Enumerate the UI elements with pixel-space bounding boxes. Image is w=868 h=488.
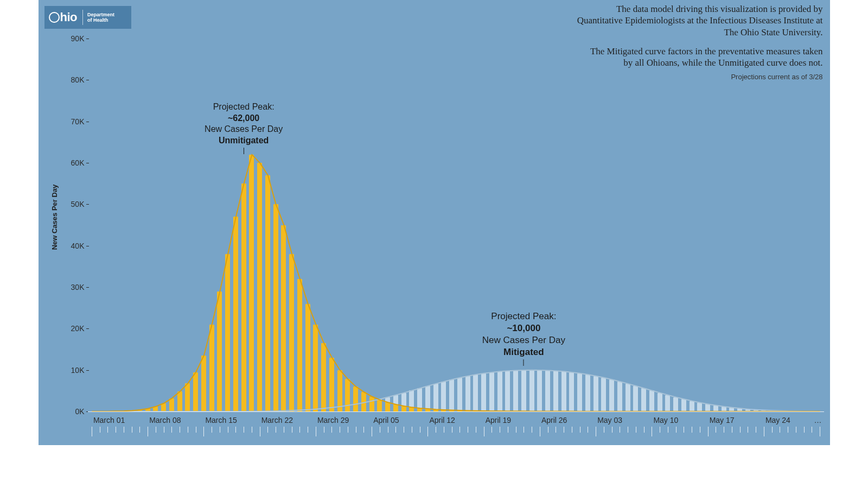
bar-mi: [545, 370, 550, 411]
x-tick-minor: [556, 427, 556, 433]
y-tick: 0K: [63, 407, 85, 416]
x-tick-minor: [132, 427, 132, 433]
x-tick-minor: [772, 427, 773, 433]
x-tick-label: March 29: [317, 416, 349, 424]
baseline: [88, 411, 824, 412]
bar-un: [393, 404, 398, 411]
bar-un: [201, 356, 206, 411]
x-tick-major: [596, 427, 596, 436]
bar-mi: [681, 399, 686, 411]
x-tick-label: March 22: [261, 416, 293, 424]
bar-mi: [601, 378, 606, 411]
bar-mi: [449, 379, 454, 411]
x-tick-minor: [459, 427, 460, 433]
x-tick-minor: [572, 427, 572, 433]
x-axis: … March 01March 08March 15March 22March …: [88, 413, 824, 440]
x-tick-label: May 17: [710, 416, 735, 424]
bar-un: [193, 372, 198, 412]
x-tick-minor: [588, 427, 588, 433]
x-tick-label: May 10: [653, 416, 678, 424]
x-tick-major: [92, 427, 92, 436]
bar-mi: [673, 397, 678, 411]
x-tick-label: April 05: [373, 416, 399, 424]
x-axis-ellipsis: …: [814, 416, 822, 424]
x-tick-minor: [171, 427, 172, 433]
bar-un: [353, 386, 358, 411]
x-tick-minor: [780, 427, 780, 433]
bar-un: [313, 325, 318, 411]
x-tick-minor: [156, 427, 156, 433]
bar-un: [161, 403, 166, 411]
y-tick: 20K: [63, 324, 85, 333]
x-tick-minor: [116, 427, 116, 433]
x-tick-major: [540, 427, 540, 436]
chart-stage: hio Departmentof Health The data model d…: [39, 0, 830, 445]
x-tick-minor: [692, 427, 692, 433]
x-tick-minor: [812, 427, 812, 433]
x-tick-minor: [331, 427, 332, 433]
bar-un: [321, 343, 326, 411]
y-tick: 50K: [63, 200, 85, 208]
x-tick-minor: [468, 427, 468, 433]
x-tick-minor: [388, 427, 388, 433]
x-tick-minor: [284, 427, 284, 433]
bar-un: [169, 398, 174, 411]
x-tick-minor: [412, 427, 412, 433]
x-tick-minor: [420, 427, 420, 433]
x-tick-minor: [267, 427, 268, 433]
bar-mi: [553, 371, 558, 411]
x-tick-major: [652, 427, 652, 436]
bar-mi: [561, 371, 566, 411]
bar-un: [297, 279, 302, 411]
x-tick-minor: [452, 427, 452, 433]
bar-mi: [577, 373, 582, 411]
y-tick: 70K: [63, 117, 85, 126]
x-tick-minor: [324, 427, 324, 433]
x-tick-minor: [532, 427, 532, 433]
bar-mi: [649, 390, 654, 411]
y-tick: 40K: [63, 242, 85, 250]
bar-mi: [705, 404, 710, 411]
x-tick-minor: [796, 427, 796, 433]
annot-line: Projected Peak:: [205, 102, 283, 113]
x-tick-minor: [308, 427, 308, 433]
x-tick-major: [427, 427, 428, 436]
plot-area: 0K10K20K30K40K50K60K70K80K90K Projected …: [88, 18, 824, 411]
x-tick-minor: [139, 427, 140, 433]
bar-mi: [481, 373, 486, 411]
bar-un: [377, 400, 382, 411]
bar-mi: [529, 370, 534, 411]
bar-mi: [513, 370, 518, 411]
x-tick-major: [203, 427, 204, 436]
bar-un: [209, 325, 214, 411]
bar-un: [257, 163, 262, 411]
x-tick-minor: [363, 427, 364, 433]
x-tick-minor: [548, 427, 548, 433]
bar-mi: [489, 372, 494, 411]
annot-tick: [244, 148, 244, 154]
x-tick-minor: [684, 427, 684, 433]
logo-divider: [82, 10, 83, 25]
annot-tick: [524, 359, 524, 366]
bar-un: [345, 379, 350, 411]
x-tick-minor: [748, 427, 748, 433]
x-tick-minor: [644, 427, 644, 433]
logo-ohio: hio: [49, 10, 78, 24]
bar-un: [217, 291, 222, 411]
x-tick-minor: [100, 427, 100, 433]
x-tick-minor: [668, 427, 668, 433]
x-tick-minor: [676, 427, 676, 433]
x-tick-minor: [628, 427, 628, 433]
bar-un: [153, 407, 158, 411]
x-tick-major: [260, 427, 260, 436]
x-tick-minor: [107, 427, 108, 433]
x-tick-minor: [436, 427, 436, 433]
annot-line: ~62,000: [205, 113, 283, 124]
bar-mi: [585, 375, 590, 411]
bar-un: [225, 254, 230, 411]
bar-mi: [433, 384, 438, 411]
x-tick-label: March 08: [149, 416, 181, 424]
bar-mi: [713, 405, 718, 411]
x-tick-minor: [212, 427, 212, 433]
bar-mi: [441, 382, 446, 411]
